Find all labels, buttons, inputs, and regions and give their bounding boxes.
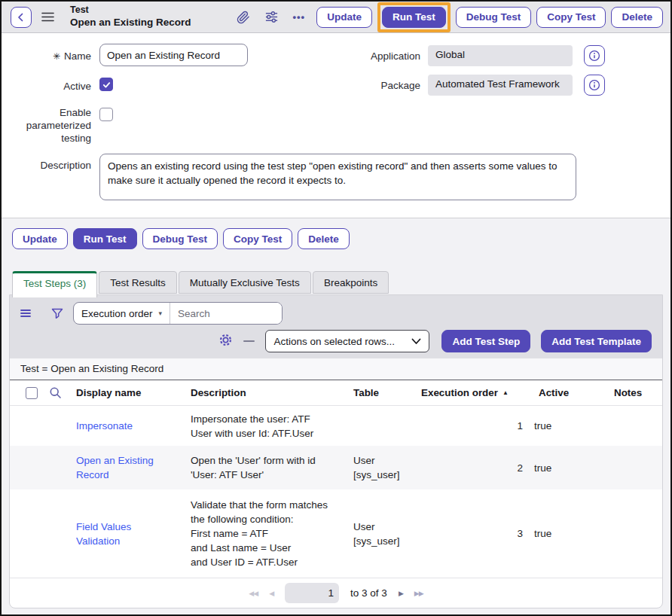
test-record-form: ✳Name Application Global Active Package … xyxy=(2,33,670,218)
description-field-label: Description xyxy=(2,159,91,172)
form-context-menu-icon[interactable] xyxy=(41,11,54,23)
collapse-list-icon[interactable] xyxy=(243,340,255,342)
header-action-buttons: Update Run Test Debug Test Copy Test Del… xyxy=(316,2,663,32)
description-textarea[interactable]: Opens an existing record using the test … xyxy=(99,154,576,200)
header-delete-button[interactable]: Delete xyxy=(611,7,663,28)
record-title-block: Test Open an Existing Record xyxy=(70,5,191,29)
header-icon-group: ••• xyxy=(237,10,306,24)
list-settings-gear-icon[interactable] xyxy=(218,333,233,350)
step-notes xyxy=(594,462,662,473)
header-debug-test-button[interactable]: Debug Test xyxy=(456,7,532,28)
test-step-link[interactable]: Impersonate xyxy=(69,413,183,438)
chevron-left-icon xyxy=(15,11,27,23)
step-notes xyxy=(594,529,662,539)
info-icon xyxy=(588,50,600,62)
application-readonly-field: Global xyxy=(428,45,573,66)
record-title: Open an Existing Record xyxy=(70,17,191,29)
list-search-combo: Execution order ▾ xyxy=(73,302,283,325)
name-input[interactable] xyxy=(99,44,248,66)
step-table: User [sys_user] xyxy=(346,448,414,487)
test-steps-list-card: Execution order ▾ Actions on selected ro… xyxy=(9,294,663,608)
checkmark-icon xyxy=(102,80,111,90)
personalize-form-sliders-icon[interactable] xyxy=(264,10,279,24)
chevron-down-icon xyxy=(411,338,421,345)
pager-next-icon[interactable]: ▶ xyxy=(399,590,403,597)
column-header-description[interactable]: Description xyxy=(183,387,346,398)
list-search-input[interactable] xyxy=(170,303,282,324)
step-notes xyxy=(594,421,662,432)
list-header-row: Display name Description Table Execution… xyxy=(10,380,662,406)
more-options-icon[interactable]: ••• xyxy=(293,11,306,23)
back-button[interactable] xyxy=(11,7,32,28)
pager-first-icon[interactable]: ◀◀ xyxy=(249,590,258,597)
name-field-label: ✳Name xyxy=(2,50,91,63)
record-type-label: Test xyxy=(70,5,191,17)
pager-range-label: to 3 of 3 xyxy=(350,587,387,599)
step-description: Impersonate the user: ATF User with user… xyxy=(183,407,346,446)
step-active-value: true xyxy=(527,521,594,546)
search-field-selector[interactable]: Execution order ▾ xyxy=(74,303,170,324)
step-table xyxy=(346,421,414,432)
actions-on-rows-select[interactable]: Actions on selected rows... xyxy=(265,330,429,352)
column-header-execution-order[interactable]: Execution order ▲ xyxy=(414,387,527,398)
footer-copy-test-button[interactable]: Copy Test xyxy=(223,228,292,249)
column-header-notes[interactable]: Notes xyxy=(594,387,662,398)
footer-delete-button[interactable]: Delete xyxy=(298,228,350,249)
footer-run-test-button[interactable]: Run Test xyxy=(73,228,137,249)
step-description: Validate that the form matches the follo… xyxy=(183,492,346,575)
list-toolbar: Execution order ▾ Actions on selected ro… xyxy=(10,295,662,358)
test-step-link[interactable]: Field Values Validation xyxy=(69,514,183,553)
pager-previous-icon[interactable]: ◀ xyxy=(269,590,273,597)
related-list-tabs: Test Steps (3) Test Results Mutually Exc… xyxy=(12,271,670,294)
test-step-row: Impersonate Impersonate the user: ATF Us… xyxy=(10,406,662,446)
tab-test-results[interactable]: Test Results xyxy=(99,271,177,294)
related-lists-section: Update Run Test Debug Test Copy Test Del… xyxy=(2,218,670,614)
chevron-down-icon: ▾ xyxy=(159,310,163,317)
column-header-display-name[interactable]: Display name xyxy=(69,387,183,398)
column-search-icon[interactable] xyxy=(49,386,69,399)
list-filter-icon[interactable] xyxy=(51,308,63,319)
header-run-test-button[interactable]: Run Test xyxy=(382,7,446,28)
step-description: Open the 'User' form with id 'User: ATF … xyxy=(183,448,346,487)
add-test-template-button[interactable]: Add Test Template xyxy=(541,330,652,352)
header-copy-test-button[interactable]: Copy Test xyxy=(536,7,606,28)
list-context-menu-icon[interactable] xyxy=(20,309,31,318)
header-update-button[interactable]: Update xyxy=(316,7,372,28)
step-execution-order: 2 xyxy=(414,456,527,480)
step-execution-order: 3 xyxy=(414,521,527,546)
sort-ascending-icon: ▲ xyxy=(502,389,509,396)
package-info-button[interactable] xyxy=(584,75,605,96)
tab-breakpoints[interactable]: Breakpoints xyxy=(313,271,389,294)
test-step-link[interactable]: Open an Existing Record xyxy=(69,448,183,487)
column-header-active[interactable]: Active xyxy=(527,387,594,398)
footer-debug-test-button[interactable]: Debug Test xyxy=(142,228,218,249)
footer-update-button[interactable]: Update xyxy=(12,228,68,249)
active-field-label: Active xyxy=(2,80,91,93)
test-step-row: Field Values Validation Validate that th… xyxy=(10,489,662,578)
run-test-highlight-box: Run Test xyxy=(377,2,451,32)
package-field-label: Package xyxy=(325,79,420,92)
active-checkbox[interactable] xyxy=(99,78,113,91)
tab-mutually-exclusive-tests[interactable]: Mutually Exclusive Tests xyxy=(179,271,311,294)
application-info-button[interactable] xyxy=(584,45,605,66)
list-pagination: ◀◀ ◀ to 3 of 3 ▶ ▶▶ xyxy=(10,578,662,608)
list-breadcrumb[interactable]: Test = Open an Existing Record xyxy=(10,358,662,380)
step-table: User [sys_user] xyxy=(346,514,414,553)
pager-page-input[interactable] xyxy=(285,583,339,603)
test-step-row: Open an Existing Record Open the 'User' … xyxy=(10,446,662,489)
record-header: Test Open an Existing Record ••• Update … xyxy=(2,2,670,33)
form-footer-action-buttons: Update Run Test Debug Test Copy Test Del… xyxy=(12,228,670,249)
tab-test-steps[interactable]: Test Steps (3) xyxy=(12,271,97,297)
required-marker-icon: ✳ xyxy=(53,51,60,62)
enable-parameterized-checkbox[interactable] xyxy=(99,108,113,121)
pager-last-icon[interactable]: ▶▶ xyxy=(414,590,423,597)
select-all-checkbox[interactable] xyxy=(26,387,38,399)
step-active-value: true xyxy=(527,413,594,438)
step-active-value: true xyxy=(527,456,594,480)
atf-test-record-page: Test Open an Existing Record ••• Update … xyxy=(0,0,672,616)
add-test-step-button[interactable]: Add Test Step xyxy=(441,330,530,352)
application-field-label: Application xyxy=(325,50,420,63)
column-header-table[interactable]: Table xyxy=(346,387,414,398)
attachment-paperclip-icon[interactable] xyxy=(237,11,250,24)
info-icon xyxy=(588,79,600,91)
